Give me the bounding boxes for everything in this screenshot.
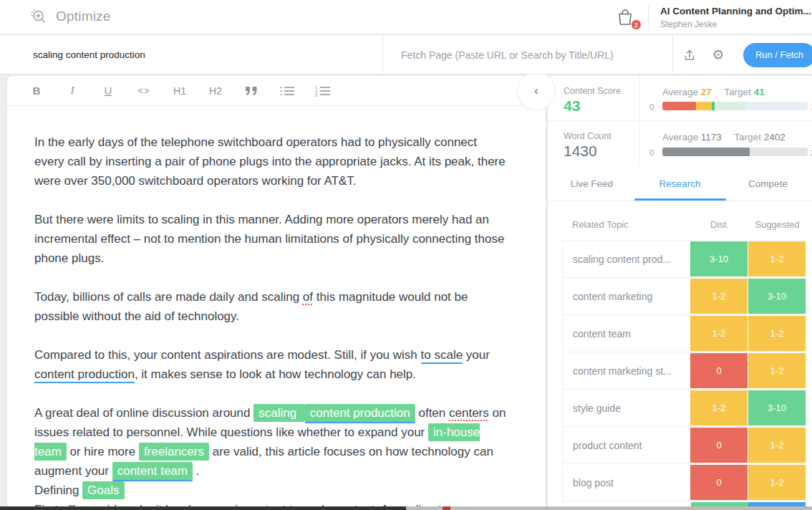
cart-count-badge: 2: [631, 19, 642, 30]
suggested-cell: 1-2: [748, 316, 806, 351]
related-topic-row[interactable]: content team1-21-2: [563, 315, 806, 352]
highlighted-term[interactable]: freelancers: [139, 443, 209, 461]
text-run: But there were limits to scaling in this…: [34, 213, 504, 265]
settings-button[interactable]: ⚙: [709, 46, 728, 64]
tab-research[interactable]: Research: [636, 166, 724, 201]
editor-content[interactable]: In the early days of the telephone switc…: [7, 106, 546, 510]
cart-button[interactable]: 2: [616, 7, 637, 29]
upload-icon: [682, 48, 697, 62]
text-run: or hire more: [67, 445, 139, 458]
highlighted-term[interactable]: Goals: [82, 481, 124, 499]
related-topic-name: content team: [563, 315, 690, 352]
highlighted-term[interactable]: scaling: [253, 404, 305, 422]
bar-segment: [715, 102, 747, 110]
related-topic-name: scaling content prod...: [563, 241, 690, 277]
dist-cell: 1-2: [690, 316, 748, 351]
collapse-panel-button[interactable]: ‹: [517, 72, 556, 110]
background-window-light: [406, 506, 812, 510]
document-title: AI Content Planning and Optim...: [660, 6, 811, 16]
related-topic-row[interactable]: blog post01-2: [563, 464, 806, 501]
toolbar-h2-button[interactable]: H2: [198, 80, 233, 102]
word-count-label: Word Count: [564, 131, 611, 141]
background-window-dark: [0, 506, 406, 510]
background-window-strip: [0, 506, 812, 510]
dist-cell: 1-2: [690, 279, 748, 314]
text-run: .: [193, 464, 199, 478]
editor-paragraph: A great deal of online discussion around…: [34, 403, 510, 481]
related-topic-row[interactable]: style guide1-23-10: [563, 390, 806, 427]
linked-term[interactable]: content production: [34, 367, 135, 383]
toolbar-bullet-list-button[interactable]: [269, 80, 305, 102]
toolbar-blockquote-button[interactable]: [233, 80, 269, 102]
app-logo: Optimize: [30, 8, 111, 25]
word-count-value: 1430: [564, 143, 597, 160]
content-score-targets: Average 27 Target 41: [662, 87, 775, 97]
text-run: , it makes sense to look at how technolo…: [135, 367, 416, 381]
editor-paragraph: But there were limits to scaling in this…: [34, 210, 510, 268]
related-topics-header: Related Topic Dist. Suggested: [562, 219, 806, 230]
bar-segment: [662, 148, 750, 156]
suggested-cell: 3-10: [748, 390, 806, 425]
ordered-list-icon: 123: [315, 85, 331, 97]
related-topic-row[interactable]: product content01-2: [563, 427, 806, 464]
editor-toolbar: BIU<>H1H2123: [7, 76, 546, 106]
highlighted-linked-term[interactable]: content team: [112, 462, 193, 481]
panel-tabs: Live FeedResearchCompete: [548, 166, 812, 201]
score-bar-min: 0: [649, 102, 654, 111]
text-run: your: [463, 348, 490, 362]
query-bar: scaling content production Fetch Page (P…: [0, 35, 812, 74]
related-topics-table: scaling content prod...3-101-2content ma…: [562, 240, 806, 509]
content-score-bar: [662, 102, 808, 110]
word-count-targets: Average 1173 Target 2402: [662, 132, 796, 143]
gear-icon: ⚙: [712, 47, 724, 63]
dist-cell: 0: [690, 465, 748, 500]
blockquote-icon: [245, 86, 258, 96]
toolbar-bold-button[interactable]: B: [19, 80, 54, 102]
toolbar-italic-button[interactable]: I: [54, 80, 90, 102]
svg-text:3: 3: [315, 93, 318, 97]
linked-term[interactable]: to scale: [421, 348, 463, 364]
word-bar-min: 0: [649, 148, 654, 157]
content-score-average: 27: [701, 87, 712, 97]
export-button[interactable]: [680, 46, 699, 64]
related-topic-row[interactable]: scaling content prod...3-101-2: [563, 241, 806, 278]
suggested-cell: 1-2: [748, 428, 806, 463]
text-run: A great deal of online discussion around: [34, 406, 253, 420]
chevron-left-icon: ‹: [534, 85, 538, 97]
related-topic-name: content marketing st...: [563, 352, 690, 389]
tab-compete[interactable]: Compete: [724, 166, 812, 201]
content-score-label: Content Score: [564, 86, 621, 96]
toolbar-ordered-list-button[interactable]: 123: [305, 80, 341, 102]
text-run: Defining: [34, 483, 82, 497]
content-score-value: 43: [564, 97, 580, 115]
related-topic-row[interactable]: content marketing1-23-10: [563, 278, 806, 315]
related-topic-row[interactable]: content marketing st...01-2: [563, 352, 806, 390]
dist-cell: 0: [690, 353, 748, 388]
document-meta[interactable]: AI Content Planning and Optim... Stephen…: [660, 6, 811, 29]
related-topic-name: content marketing: [563, 278, 690, 314]
suggested-cell: 1-2: [748, 353, 806, 388]
dist-cell: 0: [690, 428, 748, 463]
editor-panel: BIU<>H1H2123 In the early days of the te…: [7, 76, 546, 510]
word-count-bar: [662, 148, 808, 156]
top-bar: Optimize 2 AI Content Planning and Optim…: [0, 0, 812, 34]
toolbar-code-button[interactable]: <>: [126, 80, 162, 102]
fetch-page-input[interactable]: Fetch Page (Paste URL or Search by Title…: [384, 35, 673, 74]
bullet-list-icon: [279, 85, 295, 97]
stats-divider: [639, 76, 640, 166]
topic-input[interactable]: scaling content production: [0, 35, 383, 74]
fetch-page-placeholder: Fetch Page (Paste URL or Search by Title…: [401, 49, 614, 61]
word-count-target: 2402: [764, 132, 786, 143]
bar-segment: [747, 102, 808, 110]
toolbar-underline-button[interactable]: U: [90, 80, 126, 102]
spellcheck-flagged-word: of: [303, 290, 313, 304]
related-topic-name: style guide: [563, 390, 690, 426]
dist-cell: 1-2: [690, 390, 748, 425]
run-fetch-button[interactable]: Run / Fetch: [743, 43, 812, 67]
suggested-cell: 3-10: [748, 279, 806, 314]
highlighted-linked-term[interactable]: content production: [305, 404, 415, 423]
topic-input-value: scaling content production: [33, 49, 145, 60]
tab-live-feed[interactable]: Live Feed: [548, 166, 636, 201]
toolbar-h1-button[interactable]: H1: [162, 80, 198, 102]
content-score-target: 41: [754, 87, 765, 97]
